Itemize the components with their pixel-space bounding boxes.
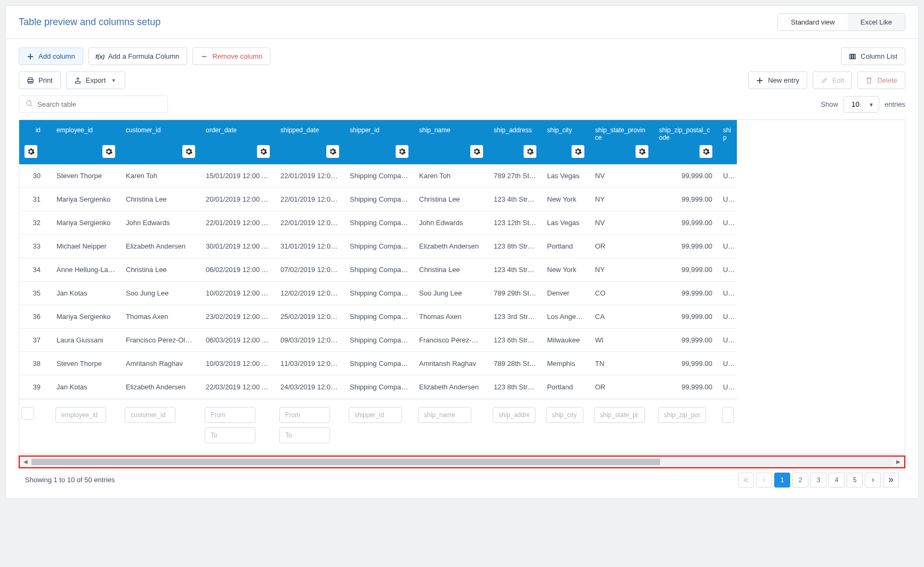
filter-country[interactable] — [722, 407, 734, 423]
filter-order-to[interactable] — [205, 427, 255, 443]
gear-icon[interactable] — [700, 145, 712, 158]
filter-checkbox[interactable] — [21, 407, 34, 420]
cell-employee_id: Michael Neipper — [51, 235, 120, 258]
column-list-button[interactable]: Column List — [841, 47, 905, 65]
standard-view-button[interactable]: Standard view — [778, 14, 847, 30]
filter-shipper[interactable] — [349, 407, 402, 423]
page-prev[interactable] — [756, 473, 772, 488]
table-row[interactable]: 39Jan KotasElizabeth Andersen22/03/2019 … — [19, 376, 737, 399]
add-formula-label: Add a Formula Column — [108, 52, 180, 60]
cell-customer_id: Soo Jung Lee — [120, 282, 200, 305]
cell-ship_state_province: NV — [590, 211, 654, 234]
scroll-thumb[interactable] — [31, 459, 660, 465]
excel-like-button[interactable]: Excel Like — [848, 14, 905, 30]
cell-ship_address: 123 8th Street — [488, 235, 542, 258]
add-formula-button[interactable]: f(x) Add a Formula Column — [89, 47, 188, 65]
gear-icon[interactable] — [470, 145, 483, 158]
cell-id: 33 — [19, 235, 51, 258]
cell-ship_address: 123 3rd Street — [488, 305, 542, 328]
column-header-shipped_date[interactable]: shipped_date — [275, 120, 344, 164]
column-header-ship_name[interactable]: ship_name — [414, 120, 488, 164]
svg-rect-0 — [850, 54, 851, 59]
filter-shipped-to[interactable] — [279, 427, 330, 443]
edit-button[interactable]: Edit — [813, 71, 852, 89]
cell-ship_zip_postal_code: 99,999.00 — [654, 376, 718, 398]
gear-icon[interactable] — [572, 145, 584, 158]
gear-icon[interactable] — [182, 145, 195, 158]
table-row[interactable]: 30Steven ThorpeKaren Toh15/01/2019 12:00… — [19, 164, 737, 188]
filter-order-from[interactable] — [205, 407, 255, 423]
export-button[interactable]: Export ▼ — [66, 71, 126, 89]
search-icon — [26, 100, 33, 109]
svg-rect-5 — [29, 81, 33, 83]
delete-button[interactable]: Delete — [857, 71, 905, 89]
table-row[interactable]: 35Jan KotasSoo Jung Lee10/02/2019 12:00 … — [19, 282, 737, 305]
scroll-right-icon[interactable]: ▶ — [895, 459, 902, 465]
scroll-left-icon[interactable]: ◀ — [22, 459, 29, 465]
column-header-ship_zip_postal_code[interactable]: ship_zip_postal_code — [654, 120, 718, 164]
page-4[interactable]: 4 — [829, 473, 845, 488]
cell-id: 32 — [19, 211, 51, 234]
entries-label: entries — [885, 100, 905, 108]
search-field[interactable] — [19, 95, 168, 113]
page-first[interactable] — [738, 473, 754, 488]
gear-icon[interactable] — [257, 145, 270, 158]
cell-shipped_date: 07/02/2019 12:00 AM — [275, 258, 344, 281]
page-5[interactable]: 5 — [847, 473, 863, 488]
table-row[interactable]: 34Anne Hellung-LarsenChristina Lee06/02/… — [19, 258, 737, 282]
filter-city[interactable] — [546, 407, 583, 423]
gear-icon[interactable] — [25, 145, 37, 158]
filter-zip[interactable] — [658, 407, 706, 423]
add-column-button[interactable]: Add column — [19, 47, 83, 65]
column-header-order_date[interactable]: order_date — [200, 120, 275, 164]
page-last[interactable] — [883, 473, 899, 488]
gear-icon[interactable] — [326, 145, 339, 158]
filter-employee[interactable] — [55, 407, 106, 423]
cell-customer_id: Karen Toh — [120, 164, 200, 187]
column-label: ship — [723, 126, 732, 142]
filter-customer[interactable] — [125, 407, 175, 423]
column-header-id[interactable]: id — [19, 120, 51, 164]
table-row[interactable]: 38Steven ThorpeAmritansh Raghav10/03/201… — [19, 352, 737, 376]
cell-customer_id: Christina Lee — [120, 188, 200, 211]
cell-employee_id: Mariya Sergienko — [51, 211, 120, 234]
table-row[interactable]: 31Mariya SergienkoChristina Lee20/01/201… — [19, 188, 737, 211]
column-header-ship_address[interactable]: ship_address — [488, 120, 542, 164]
column-header-employee_id[interactable]: employee_id — [51, 120, 120, 164]
column-header-ship_city[interactable]: ship_city — [542, 120, 590, 164]
cell-ship_city: Portland — [542, 376, 590, 398]
cell-ship_address: 123 4th Street — [488, 188, 542, 211]
scroll-track[interactable] — [31, 459, 893, 465]
print-button[interactable]: Print — [19, 71, 61, 89]
column-header-ship_state_province[interactable]: ship_state_province — [590, 120, 654, 164]
gear-icon[interactable] — [524, 145, 536, 158]
page-1[interactable]: 1 — [774, 473, 790, 488]
cell-ship_country: USA — [718, 164, 737, 187]
cell-shipper_id: Shipping Company B — [344, 305, 414, 328]
cell-shipped_date: 25/02/2019 12:00 AM — [275, 305, 344, 328]
gear-icon[interactable] — [636, 145, 648, 158]
horizontal-scrollbar: ◀ ▶ — [19, 456, 905, 468]
gear-icon[interactable] — [102, 145, 115, 158]
gear-icon[interactable] — [396, 145, 408, 158]
table-row[interactable]: 32Mariya SergienkoJohn Edwards22/01/2019… — [19, 211, 737, 235]
entries-select[interactable]: 10 — [843, 96, 879, 113]
remove-column-button[interactable]: Remove column — [192, 47, 270, 65]
table-row[interactable]: 36Mariya SergienkoThomas Axen23/02/2019 … — [19, 305, 737, 329]
table-row[interactable]: 37Laura GiussaniFrancisco Pérez-Olaeta06… — [19, 329, 737, 352]
page-3[interactable]: 3 — [810, 473, 826, 488]
column-header-ship_country[interactable]: ship — [718, 120, 737, 164]
filter-addr[interactable] — [493, 407, 535, 423]
page-next[interactable] — [865, 473, 881, 488]
new-entry-button[interactable]: New entry — [748, 71, 807, 89]
page-2[interactable]: 2 — [792, 473, 808, 488]
column-label: shipper_id — [350, 126, 408, 134]
filter-state[interactable] — [594, 407, 645, 423]
column-header-customer_id[interactable]: customer_id — [120, 120, 200, 164]
search-input[interactable] — [37, 100, 161, 108]
column-header-shipper_id[interactable]: shipper_id — [344, 120, 414, 164]
filter-shipped-from[interactable] — [279, 407, 330, 423]
filter-shipname[interactable] — [418, 407, 471, 423]
table-row[interactable]: 33Michael NeipperElizabeth Andersen30/01… — [19, 235, 737, 258]
cell-employee_id: Mariya Sergienko — [51, 188, 120, 211]
